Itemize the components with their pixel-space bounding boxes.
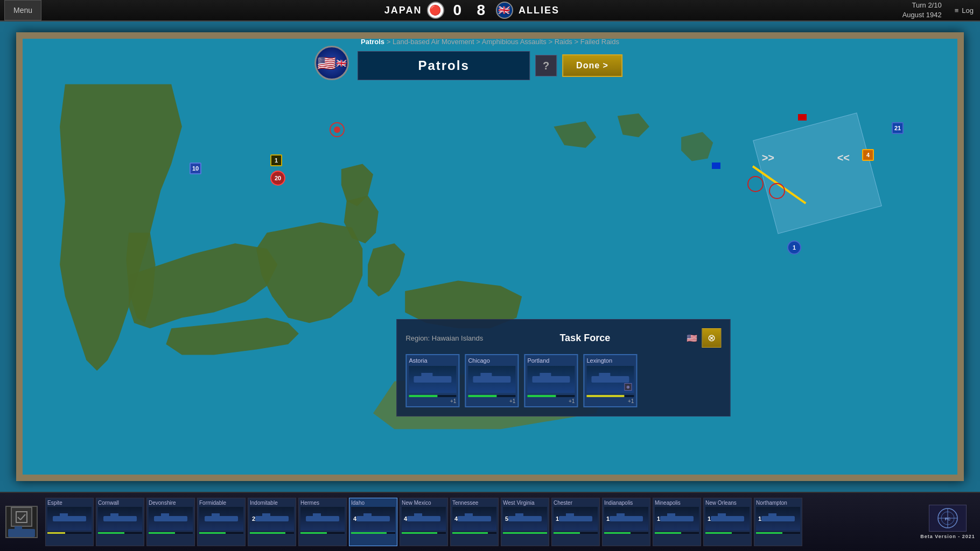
unit-marker-2[interactable]: 1 xyxy=(270,154,282,166)
ship-stat-bar-0 xyxy=(409,395,456,397)
allies-label: ALLIES xyxy=(519,5,559,16)
ship-name-3: Lexington xyxy=(586,357,634,364)
bottom-ship-stat-9 xyxy=(503,532,547,534)
bottom-ship-name-2: Devonshire xyxy=(149,500,193,506)
bottom-ship-name-10: Chester xyxy=(554,500,598,506)
tf-close-button[interactable]: ⊗ xyxy=(702,328,721,348)
ship-image-1 xyxy=(468,366,515,393)
phase-header: 🇺🇸🇬🇧 Patrols ? Done > xyxy=(358,51,622,80)
date-label: August 1942 xyxy=(902,10,942,20)
map-area: 10 1 20 >> << xyxy=(0,22,980,492)
bottom-ship-new-orleans[interactable]: New Orleans 1 xyxy=(703,498,752,546)
bottom-ship-img-10: 1 xyxy=(554,507,598,531)
bottom-ship-indomitable[interactable]: Indomitable 2 xyxy=(248,498,296,546)
bottom-ship-img-11: 1 xyxy=(604,507,648,531)
bottom-ship-devonshire[interactable]: Devonshire xyxy=(146,498,195,546)
bottom-ship-stat-3 xyxy=(199,532,243,534)
advance-arrows: >> xyxy=(762,152,774,164)
bottom-ship-stat-11 xyxy=(604,532,648,534)
bottom-ship-stat-7 xyxy=(402,532,446,534)
bottom-ship-new-mexico[interactable]: New Mexico 4 xyxy=(400,498,448,546)
bottom-ship-silhouette-7 xyxy=(407,516,440,521)
bottom-ship-chester[interactable]: Chester 1 xyxy=(551,498,600,546)
bottom-ship-stat-fill-6 xyxy=(351,532,387,534)
japan-flag: 🔴 xyxy=(427,2,444,19)
bottom-ship-num-badge-14: 1 xyxy=(758,515,761,522)
unit-marker-red-circle-1[interactable] xyxy=(330,122,345,137)
breadcrumb-sep-3: > xyxy=(548,38,554,46)
ship-name-1: Chicago xyxy=(468,357,515,364)
bottom-ship-silhouette-9 xyxy=(508,516,542,521)
bottom-ship-espite[interactable]: Espite xyxy=(45,498,94,546)
allies-faction: 🇬🇧 ALLIES xyxy=(496,2,559,19)
bottom-ship-tennessee[interactable]: Tennessee 4 xyxy=(450,498,499,546)
breadcrumb-patrols: Patrols xyxy=(361,38,384,46)
bottom-ship-num-badge-6: 4 xyxy=(353,515,356,522)
bottom-ship-num-badge-13: 1 xyxy=(708,515,711,522)
bottom-ship-mineapolis[interactable]: Mineapolis 1 xyxy=(653,498,701,546)
ship-icon xyxy=(8,529,35,537)
done-button[interactable]: Done > xyxy=(562,54,622,77)
bottom-ship-img-4: 2 xyxy=(250,507,294,531)
bottom-ship-west-virginia[interactable]: West Virginia 5 xyxy=(501,498,549,546)
bottom-ship-name-7: New Mexico xyxy=(402,500,446,506)
bottom-ship-img-8: 4 xyxy=(452,507,496,531)
ship-image-2 xyxy=(527,366,575,393)
task-force-ship-portland[interactable]: Portland +1 xyxy=(524,354,578,407)
red-circle-2[interactable] xyxy=(769,183,785,199)
bottom-ship-hermes[interactable]: Hermes xyxy=(298,498,347,546)
breadcrumb-land: Land-based Air Movement xyxy=(393,38,474,46)
task-force-ship-lexington[interactable]: Lexington ⊕ +1 xyxy=(583,354,637,407)
bottom-ship-silhouette-5 xyxy=(306,516,339,521)
unit-marker-1[interactable]: 10 xyxy=(190,163,201,174)
menu-button[interactable]: Menu xyxy=(4,0,41,20)
bottom-ship-name-4: Indomitable xyxy=(250,500,294,506)
unit-marker-top-right[interactable]: 21 xyxy=(892,122,904,134)
ship-silhouette-0 xyxy=(414,376,451,383)
breadcrumb-failed: Failed Raids xyxy=(580,38,619,46)
bottom-ship-img-13: 1 xyxy=(705,507,750,531)
bottom-ship-img-12: 1 xyxy=(655,507,699,531)
flag-marker-1 xyxy=(798,114,807,121)
allies-flag: 🇬🇧 xyxy=(496,2,513,19)
bottom-ship-silhouette-10 xyxy=(559,516,592,521)
bottom-ship-northampton[interactable]: Northampton 1 xyxy=(754,498,802,546)
bottom-ship-num-badge-8: 4 xyxy=(454,515,458,522)
bottom-ship-stat-10 xyxy=(554,532,598,534)
breadcrumb: Patrols > Land-based Air Movement > Amph… xyxy=(361,38,619,46)
ship-image-0 xyxy=(409,366,456,393)
task-force-ship-astoria[interactable]: Astoria +1 xyxy=(405,354,459,407)
ships-scroll: Espite Cornwall xyxy=(43,493,915,550)
bottom-ship-img-5 xyxy=(300,507,345,531)
task-force-dialog: Region: Hawaian Islands Task Force 🇺🇸 ⊗ … xyxy=(396,319,730,416)
tf-ships: Astoria +1 Chicago +1 Portland xyxy=(405,354,721,407)
checkbox-area xyxy=(0,506,43,538)
checkbox-button[interactable] xyxy=(5,506,38,538)
unit-marker-4[interactable]: 4 xyxy=(862,149,874,161)
bottom-ship-idaho[interactable]: Idaho 4 xyxy=(349,498,397,546)
bottom-ship-name-9: West Virginia xyxy=(503,500,547,506)
ship-stat-bar-1 xyxy=(468,395,515,397)
bottom-ship-stat-0 xyxy=(47,532,92,534)
red-circle-1[interactable] xyxy=(747,176,764,192)
bottom-ship-name-3: Formidable xyxy=(199,500,243,506)
bottom-ship-silhouette-8 xyxy=(458,516,491,521)
bottom-ship-name-12: Mineapolis xyxy=(655,500,699,506)
ship-stat-bar-3 xyxy=(586,395,634,397)
bottom-ship-cornwall[interactable]: Cornwall xyxy=(96,498,144,546)
bottom-bar: Espite Cornwall xyxy=(0,492,980,551)
task-force-ship-chicago[interactable]: Chicago +1 xyxy=(465,354,519,407)
ship-overlay-icon-3: ⊕ xyxy=(624,383,632,391)
logo-text: Beta Version - 2021 xyxy=(920,534,975,539)
turn-label: Turn 2/10 xyxy=(902,1,942,10)
ship-silhouette-3 xyxy=(591,376,629,383)
unit-marker-3[interactable]: 20 xyxy=(270,171,285,186)
bottom-ship-formidable[interactable]: Formidable xyxy=(197,498,246,546)
unit-marker-5[interactable]: 1 xyxy=(787,241,801,255)
bottom-ship-indianapolis[interactable]: Indianapolis 1 xyxy=(602,498,650,546)
log-button[interactable]: ≡ Log xyxy=(948,6,980,15)
bottom-ship-name-6: Idaho xyxy=(351,500,395,506)
allies-badge: 🇺🇸🇬🇧 xyxy=(314,46,349,80)
help-button[interactable]: ? xyxy=(535,55,557,76)
ship-plus-3: +1 xyxy=(586,398,634,404)
